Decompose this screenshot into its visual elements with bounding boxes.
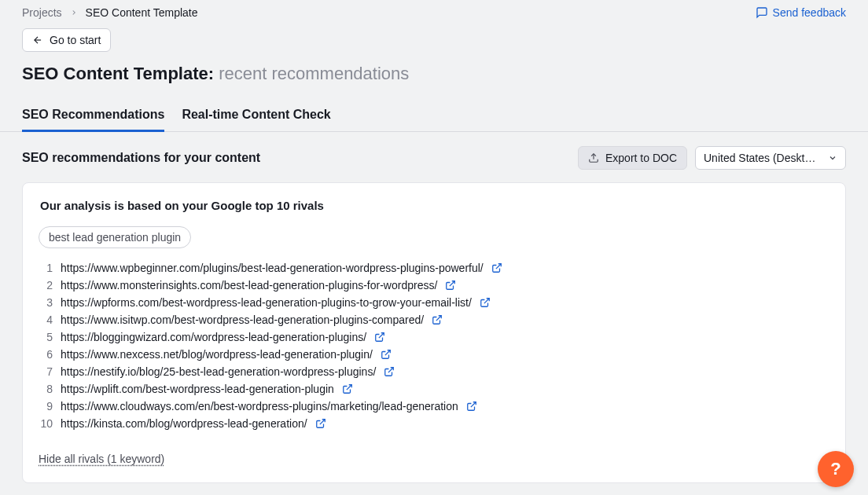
country-selected-label: United States (Deskt… <box>704 152 815 164</box>
external-link-icon[interactable] <box>466 401 477 412</box>
external-link-icon[interactable] <box>480 297 491 308</box>
rival-url: https://www.isitwp.com/best-wordpress-le… <box>61 314 424 326</box>
page-title-sub: recent recommendations <box>219 64 409 83</box>
breadcrumb: Projects SEO Content Template <box>22 6 198 19</box>
svg-line-2 <box>496 263 501 268</box>
export-label: Export to DOC <box>605 152 677 164</box>
external-link-icon[interactable] <box>374 332 385 343</box>
tab-seo-recommendations[interactable]: SEO Recommendations <box>22 108 164 131</box>
external-link-icon[interactable] <box>384 366 395 377</box>
rival-number: 8 <box>39 383 53 395</box>
country-select[interactable]: United States (Deskt… <box>695 146 846 170</box>
svg-line-4 <box>484 298 489 302</box>
rival-url: https://kinsta.com/blog/wordpress-lead-g… <box>61 417 307 430</box>
go-to-start-button[interactable]: Go to start <box>22 28 111 52</box>
rival-url: https://www.monsterinsights.com/best-lea… <box>61 279 437 292</box>
svg-line-6 <box>379 332 384 337</box>
rival-number: 10 <box>39 417 53 430</box>
rival-row: 3https://wpforms.com/best-wordpress-lead… <box>39 294 829 311</box>
external-link-icon[interactable] <box>315 418 326 429</box>
external-link-icon[interactable] <box>342 383 353 394</box>
rival-number: 2 <box>39 279 53 292</box>
section-title: SEO recommendations for your content <box>22 151 260 165</box>
rival-url: https://nestify.io/blog/25-best-lead-gen… <box>61 365 376 378</box>
rival-number: 3 <box>39 296 53 309</box>
chevron-down-icon <box>828 153 837 163</box>
rival-url: https://wpforms.com/best-wordpress-lead-… <box>61 296 472 309</box>
external-link-icon[interactable] <box>491 262 502 273</box>
feedback-icon <box>756 6 768 19</box>
rival-number: 6 <box>39 348 53 361</box>
rival-url: https://www.nexcess.net/blog/wordpress-l… <box>61 348 373 361</box>
svg-line-10 <box>471 402 476 406</box>
help-button[interactable]: ? <box>818 451 854 487</box>
rival-row: 9https://www.cloudways.com/en/best-wordp… <box>39 398 829 415</box>
send-feedback-link[interactable]: Send feedback <box>756 6 846 19</box>
rival-number: 5 <box>39 331 53 343</box>
rival-row: 5https://bloggingwizard.com/wordpress-le… <box>39 328 829 346</box>
svg-line-8 <box>388 367 393 372</box>
card-title: Our analysis is based on your Google top… <box>39 199 829 212</box>
rival-row: 1https://www.wpbeginner.com/plugins/best… <box>39 259 829 277</box>
breadcrumb-projects[interactable]: Projects <box>22 6 62 19</box>
page-title: SEO Content Template: recent recommendat… <box>22 63 846 86</box>
go-to-start-label: Go to start <box>50 34 101 46</box>
rival-number: 4 <box>39 314 53 326</box>
chevron-right-icon <box>70 9 78 16</box>
breadcrumb-current: SEO Content Template <box>86 6 198 19</box>
rival-number: 7 <box>39 365 53 378</box>
svg-line-5 <box>436 315 441 320</box>
tab-realtime-content-check[interactable]: Real-time Content Check <box>182 108 330 131</box>
external-link-icon[interactable] <box>445 280 456 291</box>
feedback-label: Send feedback <box>773 6 846 19</box>
rival-number: 9 <box>39 400 53 412</box>
rival-row: 6https://www.nexcess.net/blog/wordpress-… <box>39 346 829 363</box>
svg-line-3 <box>450 280 454 285</box>
page-title-main: SEO Content Template: <box>22 64 214 83</box>
export-to-doc-button[interactable]: Export to DOC <box>578 146 687 170</box>
hide-rivals-link[interactable]: Hide all rivals (1 keyword) <box>39 453 164 465</box>
rival-url: https://www.cloudways.com/en/best-wordpr… <box>61 400 458 412</box>
upload-icon <box>588 152 599 163</box>
external-link-icon[interactable] <box>381 349 392 360</box>
rival-row: 7https://nestify.io/blog/25-best-lead-ge… <box>39 363 829 380</box>
rival-row: 4https://www.isitwp.com/best-wordpress-l… <box>39 311 829 328</box>
rival-url: https://wplift.com/best-wordpress-lead-g… <box>61 383 334 395</box>
rival-url: https://www.wpbeginner.com/plugins/best-… <box>61 262 484 274</box>
rival-row: 2https://www.monsterinsights.com/best-le… <box>39 277 829 294</box>
svg-line-11 <box>319 419 324 424</box>
external-link-icon[interactable] <box>432 314 443 325</box>
keyword-chip[interactable]: best lead generation plugin <box>39 226 191 248</box>
svg-line-9 <box>347 384 351 389</box>
rival-url: https://bloggingwizard.com/wordpress-lea… <box>61 331 366 343</box>
svg-line-7 <box>385 350 390 354</box>
rival-row: 10https://kinsta.com/blog/wordpress-lead… <box>39 415 829 432</box>
rivals-card: Our analysis is based on your Google top… <box>22 182 846 483</box>
arrow-left-icon <box>32 35 43 46</box>
rival-row: 8https://wplift.com/best-wordpress-lead-… <box>39 380 829 398</box>
rival-number: 1 <box>39 262 53 274</box>
